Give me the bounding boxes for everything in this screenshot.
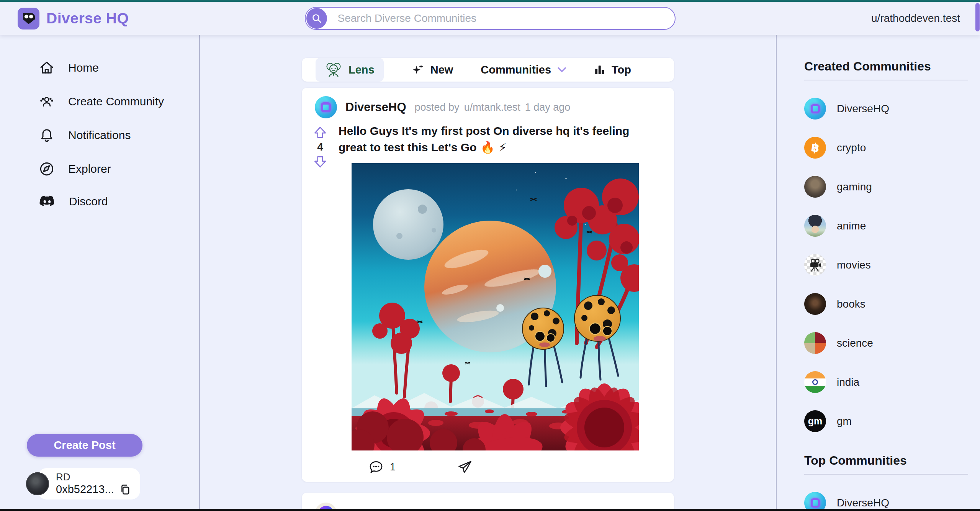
content-frame: Home Create Community Notifications [0, 35, 980, 509]
scrollbar-thumb[interactable] [975, 3, 980, 31]
community-row-gaming[interactable]: gaming [804, 176, 980, 198]
community-row-gm[interactable]: gm gm [804, 410, 980, 432]
community-row-diversehq[interactable]: DiverseHQ [804, 98, 980, 120]
people-group-icon [39, 94, 54, 109]
tab-label: Top [612, 64, 631, 76]
search-button[interactable] [306, 8, 327, 29]
community-avatar-gaming [804, 176, 826, 198]
post-card: Crypto_News posted by u/cryptovn7447.tes… [302, 493, 674, 509]
copy-icon [119, 483, 131, 496]
user-handle[interactable]: u/rathoddeven.test [871, 12, 969, 25]
vote-column: 4 [302, 123, 339, 474]
top-communities-heading: Top Communities [804, 454, 980, 468]
comment-icon [368, 460, 384, 474]
wallet-card: RD 0xb52213... [38, 468, 140, 500]
bitcoin-icon: ฿ [804, 137, 826, 159]
share-plane-icon [458, 460, 472, 474]
sidebar-item-label: Home [68, 61, 99, 74]
bottom-window-edge [0, 509, 980, 511]
main-feed: Lens New Communities [200, 35, 776, 509]
community-row-anime[interactable]: anime [804, 215, 980, 237]
post-author[interactable]: u/mtank.test [464, 102, 520, 113]
downvote-arrow-icon [313, 155, 327, 168]
community-row-movies[interactable]: movies [804, 254, 980, 276]
tab-lens[interactable]: Lens [316, 58, 384, 82]
copy-address-button[interactable] [119, 483, 131, 496]
posted-by-label: posted by [415, 102, 460, 113]
community-row-crypto[interactable]: ฿ crypto [804, 137, 980, 159]
community-avatar-crypto-news[interactable] [315, 503, 337, 509]
movie-camera-icon [804, 254, 826, 276]
divider [804, 80, 968, 80]
create-post-button[interactable]: Create Post [27, 434, 142, 457]
share-button[interactable] [458, 460, 472, 474]
post-community-name[interactable]: DiverseHQ [345, 100, 406, 114]
vote-count: 4 [317, 141, 323, 153]
community-avatar-diversehq[interactable] [315, 96, 337, 118]
community-avatar-books [804, 293, 826, 315]
divider [804, 474, 968, 475]
feed-tabs: Lens New Communities [302, 58, 674, 82]
wallet-chip[interactable]: RD 0xb52213... [26, 468, 140, 500]
tab-new[interactable]: New [411, 63, 453, 76]
community-row-india[interactable]: india [804, 371, 980, 393]
chevron-down-icon [557, 67, 566, 73]
sidebar-item-discord[interactable]: Discord [39, 195, 199, 208]
search-icon [311, 13, 322, 24]
bar-chart-icon [594, 64, 605, 75]
top-community-row-diversehq[interactable]: DiverseHQ [804, 492, 980, 509]
sidebar-item-explorer[interactable]: Explorer [39, 161, 199, 177]
lens-icon [325, 62, 342, 78]
community-avatar-science [804, 332, 826, 354]
community-avatar-gm: gm [804, 410, 826, 432]
right-sidebar: Created Communities DiverseHQ ฿ crypto g… [776, 35, 980, 509]
app-logo[interactable]: Diverse HQ [18, 8, 129, 29]
sidebar-item-label: Create Community [68, 95, 164, 108]
community-avatar-diversehq [804, 492, 826, 509]
post-time: 1 day ago [525, 102, 571, 113]
discord-icon [39, 195, 55, 208]
comment-count: 1 [390, 461, 396, 473]
downvote-button[interactable] [313, 155, 327, 168]
app-header: Diverse HQ u/rathoddeven.test [0, 2, 980, 35]
search-bar [305, 7, 676, 30]
diversehq-logo-icon [18, 8, 39, 29]
created-communities-heading: Created Communities [804, 59, 980, 74]
tab-label: Communities [481, 64, 551, 76]
community-row-science[interactable]: science [804, 332, 980, 354]
sidebar-item-label: Notifications [68, 129, 131, 142]
sidebar-item-label: Explorer [68, 162, 111, 175]
user-avatar [26, 472, 49, 495]
community-avatar-anime [804, 215, 826, 237]
left-sidebar: Home Create Community Notifications [0, 35, 200, 509]
sidebar-item-create-community[interactable]: Create Community [39, 94, 199, 109]
app-title: Diverse HQ [46, 10, 129, 27]
upvote-button[interactable] [313, 126, 327, 139]
bolt-emoji: ⚡ [499, 141, 507, 154]
community-avatar-diversehq [804, 98, 826, 120]
upvote-arrow-icon [313, 126, 327, 139]
sidebar-item-label: Discord [69, 195, 108, 208]
tab-communities[interactable]: Communities [481, 64, 566, 76]
comments-button[interactable]: 1 [368, 460, 396, 474]
crypto-news-logo-icon [318, 506, 334, 509]
compass-icon [39, 161, 54, 177]
robot-mask-icon [21, 12, 36, 25]
home-icon [39, 60, 54, 75]
sidebar-item-notifications[interactable]: Notifications [39, 128, 199, 143]
fire-emoji: 🔥 [481, 141, 495, 154]
community-row-books[interactable]: books [804, 293, 980, 315]
tab-label: Lens [348, 64, 375, 76]
tab-label: New [430, 64, 453, 76]
tab-top[interactable]: Top [594, 64, 631, 76]
bell-icon [39, 128, 54, 143]
wallet-address: 0xb52213... [56, 483, 114, 496]
sidebar-item-home[interactable]: Home [39, 60, 199, 75]
user-initials: RD [56, 471, 131, 483]
post-text: Hello Guys It's my first post On diverse… [339, 123, 656, 156]
india-flag-icon [804, 371, 826, 393]
sparkles-icon [411, 63, 424, 76]
post-card: DiverseHQ posted by u/mtank.test 1 day a… [302, 88, 674, 482]
search-input[interactable] [338, 12, 675, 25]
post-image[interactable] [352, 163, 639, 450]
